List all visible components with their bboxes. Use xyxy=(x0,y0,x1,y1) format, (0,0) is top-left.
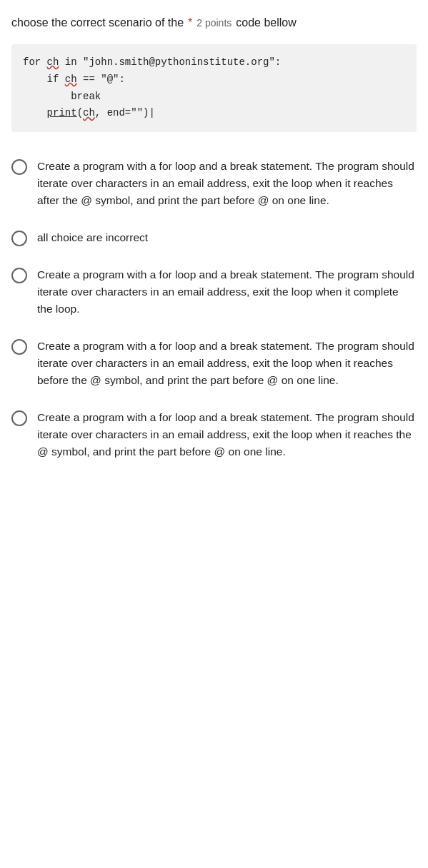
code-line-3: break xyxy=(23,91,101,102)
option-text-c: Create a program with a for loop and a b… xyxy=(37,266,417,318)
code-ch-3: ch xyxy=(83,107,95,118)
radio-option-b[interactable] xyxy=(11,231,27,246)
question-title-line2: code bellow xyxy=(236,14,297,31)
option-text-d: Create a program with a for loop and a b… xyxy=(37,338,417,389)
code-block: for ch in "john.smith@pythoninstitute.or… xyxy=(11,44,417,132)
required-star: * xyxy=(188,16,192,29)
option-text-a: Create a program with a for loop and a b… xyxy=(37,158,417,209)
option-item-a[interactable]: Create a program with a for loop and a b… xyxy=(11,148,417,219)
option-item-c[interactable]: Create a program with a for loop and a b… xyxy=(11,256,417,328)
points-label: 2 points xyxy=(196,17,232,29)
code-print: print xyxy=(47,107,77,118)
code-line-1: for ch in "john.smith@pythoninstitute.or… xyxy=(23,56,281,68)
code-ch-1: ch xyxy=(47,56,59,68)
option-item-e[interactable]: Create a program with a for loop and a b… xyxy=(11,399,417,470)
option-item-d[interactable]: Create a program with a for loop and a b… xyxy=(11,328,417,399)
code-ch-2: ch xyxy=(65,74,77,85)
option-text-e: Create a program with a for loop and a b… xyxy=(37,409,417,460)
radio-option-d[interactable] xyxy=(11,339,27,355)
radio-option-e[interactable] xyxy=(11,410,27,426)
question-header: choose the correct scenario of the * 2 p… xyxy=(11,14,417,31)
radio-option-a[interactable] xyxy=(11,159,27,175)
radio-option-c[interactable] xyxy=(11,268,27,283)
code-line-4: print(ch, end="")| xyxy=(23,107,155,118)
options-list: Create a program with a for loop and a b… xyxy=(11,148,417,470)
code-line-2: if ch == "@": xyxy=(23,74,125,85)
option-text-b: all choice are incorrect xyxy=(37,229,417,246)
question-title-line1: choose the correct scenario of the xyxy=(11,14,184,31)
option-item-b[interactable]: all choice are incorrect xyxy=(11,219,417,256)
